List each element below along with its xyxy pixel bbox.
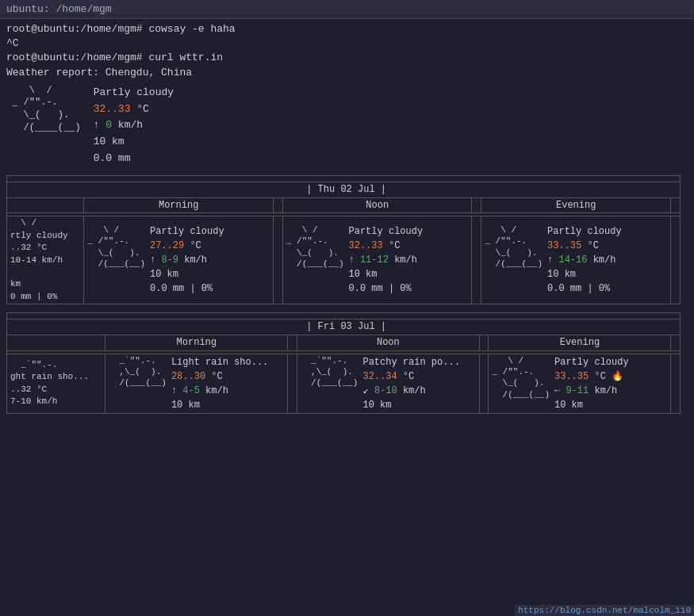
thu-sep5 xyxy=(472,216,481,304)
fri-evening-temp: 33..35 °C 🔥 xyxy=(554,369,629,384)
fri-noon-label: Noon xyxy=(297,335,479,350)
fri-evening-desc: Partly cloudy xyxy=(554,355,629,369)
thu-morning-wind: ↑ 8-9 km/h xyxy=(150,253,224,267)
fri-sep5 xyxy=(479,354,489,413)
thu-data-row: \ / rtly cloudy ..32 °C 10-14 km/h km 0 … xyxy=(7,216,681,304)
fri-spacer-row xyxy=(7,313,681,319)
thu-morning-cell: \ / _ /"".-. \_( ). /(___(__) Partly clo… xyxy=(84,216,274,304)
thu-date-row: | Thu 02 Jul | xyxy=(7,182,681,197)
cmd-line-3: root@ubuntu:/home/mgm# curl wttr.in xyxy=(6,51,688,65)
fri-morning-info: Light rain sho... 28..30 °C ↑ 4-5 km/h 1… xyxy=(171,355,268,412)
thu-morning-precip: 0.0 mm | 0% xyxy=(150,281,224,296)
fri-sep3 xyxy=(671,335,681,350)
fri-sep6 xyxy=(671,354,681,413)
fri-evening-vis: 10 km xyxy=(554,398,629,412)
title-text: ubuntu: /home/mgm xyxy=(6,3,112,15)
current-description: Partly cloudy xyxy=(94,85,174,101)
current-weather-info: Partly cloudy 32..33 °C ↑ 0 km/h 10 km 0… xyxy=(94,85,174,167)
thu-noon-temp: 32..33 °C xyxy=(349,239,424,253)
fri-forecast-table: | Fri 03 Jul | Morning Noon Evening xyxy=(6,312,681,414)
fri-morning-wind: ↑ 4-5 km/h xyxy=(171,384,268,398)
thu-period-row: Morning Noon Evening xyxy=(7,197,681,213)
thu-sep1 xyxy=(273,197,282,213)
fri-data-row: _`"".-. ght rain sho... ..32 °C 7-10 km/… xyxy=(7,354,681,413)
thu-sep4 xyxy=(273,216,282,304)
thu-evening-temp: 33..35 °C xyxy=(547,239,622,253)
fri-noon-vis: 10 km xyxy=(362,398,459,412)
fri-morning-desc: Light rain sho... xyxy=(171,355,268,369)
fri-left-empty xyxy=(7,335,105,350)
thu-morning-label: Morning xyxy=(84,197,274,213)
fri-evening-icon: \ / _ /"".-. \_( ). /(___(__) xyxy=(492,355,550,412)
fri-morning-icon: _`"".-. ,\_( ). /(___(__) xyxy=(109,355,167,412)
fri-morning-content: _`"".-. ,\_( ). /(___(__) Light rain sho… xyxy=(109,355,284,412)
fri-evening-label: Evening xyxy=(489,335,671,350)
fri-noon-icon: _`"".-. ,\_( ). /(___(__) xyxy=(301,355,359,412)
thu-spacer-row xyxy=(7,175,681,182)
thu-morning-icon: \ / _ /"".-. \_( ). /(___(__) xyxy=(87,224,145,296)
fri-date-row: | Fri 03 Jul | xyxy=(7,319,681,335)
current-wind: ↑ 0 km/h xyxy=(94,117,174,134)
fri-sep1 xyxy=(288,335,297,350)
fri-date: | Fri 03 Jul | xyxy=(7,319,681,335)
thu-evening-icon: \ / _ /"".-. \_( ). /(___(__) xyxy=(485,224,543,296)
current-precip: 0.0 mm xyxy=(94,151,174,167)
fri-noon-desc: Patchy rain po... xyxy=(362,355,459,369)
fri-evening-content: \ / _ /"".-. \_( ). /(___(__) Partly clo… xyxy=(492,355,667,412)
thu-noon-wind: ↑ 11-12 km/h xyxy=(349,253,424,267)
thu-noon-vis: 10 km xyxy=(349,267,424,281)
thu-sep2 xyxy=(472,197,481,213)
fri-sep2 xyxy=(479,335,489,350)
thu-sep3 xyxy=(671,197,681,213)
thu-noon-precip: 0.0 mm | 0% xyxy=(349,281,424,296)
thu-noon-label: Noon xyxy=(282,197,472,213)
title-bar: ubuntu: /home/mgm xyxy=(0,0,694,19)
fri-prev-icon: _`"".-. ght rain sho... ..32 °C 7-10 km/… xyxy=(7,354,105,413)
current-weather: \ / _ /"".-. \_( ). /(____(__) Partly cl… xyxy=(6,85,688,167)
fri-morning-cell: _`"".-. ,\_( ). /(___(__) Light rain sho… xyxy=(105,354,288,413)
thu-prev-icon: \ / rtly cloudy ..32 °C 10-14 km/h km 0 … xyxy=(7,216,84,304)
thu-noon-desc: Partly cloudy xyxy=(349,224,424,239)
thu-noon-cell: \ / _ /"".-. \_( ). /(___(__) Partly clo… xyxy=(282,216,472,304)
thu-forecast-table: | Thu 02 Jul | Morning Noon Evening xyxy=(6,175,681,304)
link-text: https://blog.csdn.net/malcolm_110 xyxy=(518,606,691,615)
fri-evening-cell: \ / _ /"".-. \_( ). /(___(__) Partly clo… xyxy=(489,354,671,413)
thu-left-empty xyxy=(7,197,84,213)
thu-morning-vis: 10 km xyxy=(150,267,224,281)
thu-evening-precip: 0.0 mm | 0% xyxy=(547,281,622,296)
thu-evening-info: Partly cloudy 33..35 °C ↑ 14-16 km/h 10 … xyxy=(547,224,622,296)
fri-noon-cell: _`"".-. ,\_( ). /(___(__) Patchy rain po… xyxy=(297,354,479,413)
thu-evening-desc: Partly cloudy xyxy=(547,224,622,239)
fri-morning-label: Morning xyxy=(105,335,288,350)
thu-morning-temp: 27..29 °C xyxy=(150,239,224,253)
thu-evening-content: \ / _ /"".-. \_( ). /(___(__) Partly clo… xyxy=(485,224,667,296)
terminal-window: ubuntu: /home/mgm root@ubuntu:/home/mgm#… xyxy=(0,0,694,616)
current-temp: 32..33 °C xyxy=(94,101,174,118)
fri-evening-info: Partly cloudy 33..35 °C 🔥 ← 9-11 km/h 10… xyxy=(554,355,629,412)
thu-noon-icon: \ / _ /"".-. \_( ). /(___(__) xyxy=(286,224,344,296)
thu-date: | Thu 02 Jul | xyxy=(7,182,681,197)
thu-evening-cell: \ / _ /"".-. \_( ). /(___(__) Partly clo… xyxy=(481,216,671,304)
fri-sep4 xyxy=(288,354,297,413)
thu-evening-label: Evening xyxy=(481,197,671,213)
current-visibility: 10 km xyxy=(94,134,174,151)
terminal-content: root@ubuntu:/home/mgm# cowsay -e haha ^C… xyxy=(0,19,694,417)
fri-evening-wind: ← 9-11 km/h xyxy=(554,384,629,398)
thu-noon-content: \ / _ /"".-. \_( ). /(___(__) Partly clo… xyxy=(286,224,469,296)
thu-sep6 xyxy=(671,216,681,304)
fri-morning-temp: 28..30 °C xyxy=(171,369,268,384)
fri-noon-content: _`"".-. ,\_( ). /(___(__) Patchy rain po… xyxy=(301,355,476,412)
fri-noon-temp: 32..34 °C xyxy=(362,369,459,384)
weather-report-label: Weather report: Chengdu, China xyxy=(6,66,688,80)
fri-morning-vis: 10 km xyxy=(171,398,268,412)
thu-noon-info: Partly cloudy 32..33 °C ↑ 11-12 km/h 10 … xyxy=(349,224,424,296)
thu-evening-vis: 10 km xyxy=(547,267,622,281)
fri-noon-info: Patchy rain po... 32..34 °C ↙ 8-10 km/h … xyxy=(362,355,459,412)
thu-evening-wind: ↑ 14-16 km/h xyxy=(547,253,622,267)
cmd-line-2: ^C xyxy=(6,36,688,51)
fri-noon-wind: ↙ 8-10 km/h xyxy=(362,384,459,398)
fri-period-row: Morning Noon Evening xyxy=(7,335,681,350)
current-weather-icon: \ / _ /"".-. \_( ). /(____(__) xyxy=(6,85,81,167)
cmd-line-1: root@ubuntu:/home/mgm# cowsay -e haha xyxy=(6,22,688,36)
link-bar: https://blog.csdn.net/malcolm_110 xyxy=(515,605,694,616)
